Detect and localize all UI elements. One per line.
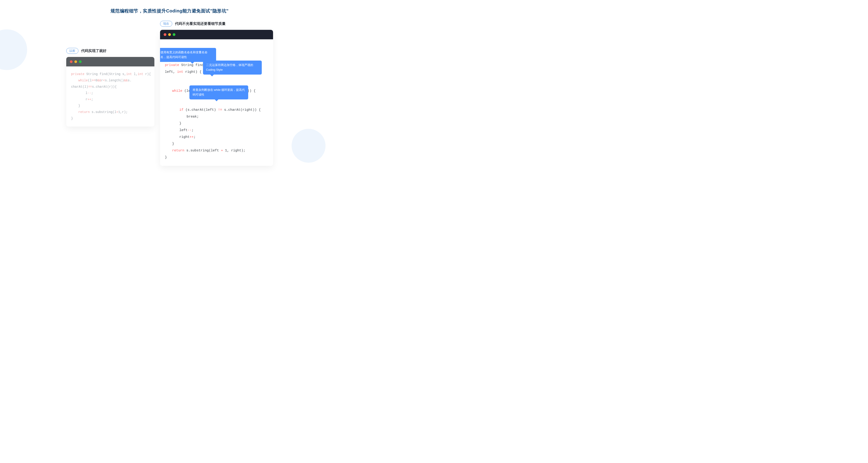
now-editor: 使用有意义的函数名命名和变量名命名，提高代码可读性 二元运算符两边加空格，体现严… xyxy=(160,30,273,166)
before-editor-titlebar xyxy=(66,57,154,66)
code-line: r++; xyxy=(71,96,149,103)
page-title: 规范编程细节，实质性提升Coding能力避免面试"隐形坑" xyxy=(0,0,339,14)
close-icon xyxy=(164,33,166,36)
code-line: charAt(l)==s.charAt(r)){ xyxy=(71,84,149,90)
code-line: if (s.charAt(left) != s.charAt(right)) { xyxy=(165,107,268,113)
code-line: } xyxy=(165,120,268,127)
now-column: 现在 代码不光看实现还要看细节质量 使用有意义的函数名命名和变量名命名，提高代码… xyxy=(160,21,273,166)
code-line: right++; xyxy=(165,134,268,140)
close-icon xyxy=(70,60,72,63)
now-code: 使用有意义的函数名命名和变量名命名，提高代码可读性 二元运算符两边加空格，体现严… xyxy=(160,39,273,166)
minimize-icon xyxy=(168,33,171,36)
before-editor: private String find(String s,int l,int r… xyxy=(66,57,154,127)
code-line: return s.substring(left + 1, right); xyxy=(165,147,268,154)
now-heading: 代码不光看实现还要看细节质量 xyxy=(175,22,225,26)
code-line: } xyxy=(165,140,268,147)
code-line: } xyxy=(71,115,149,122)
code-line: left--; xyxy=(165,127,268,134)
now-editor-titlebar xyxy=(160,30,273,39)
code-line: } xyxy=(71,103,149,109)
now-pill: 现在 xyxy=(160,21,172,27)
comparison-columns: 以前 代码实现了就好 private String find(String s,… xyxy=(0,14,339,166)
maximize-icon xyxy=(173,33,176,36)
code-line: private String find(String s,int l,int r… xyxy=(71,71,149,77)
code-line: return s.substring(l+1,r); xyxy=(71,109,149,115)
code-line: break; xyxy=(165,113,268,120)
code-line: while(l>=0&&r<s.length()&&s. xyxy=(71,77,149,84)
callout-spacing: 二元运算符两边加空格，体现严谨的Coding Style xyxy=(203,61,262,74)
callout-while: 将复杂判断放在 while 循环里面，提高代码可读性 xyxy=(189,86,248,99)
now-header: 现在 代码不光看实现还要看细节质量 xyxy=(160,21,273,27)
maximize-icon xyxy=(79,60,82,63)
callout-naming: 使用有意义的函数名命名和变量名命名，提高代码可读性 xyxy=(160,48,216,62)
before-pill: 以前 xyxy=(66,48,79,54)
minimize-icon xyxy=(74,60,77,63)
code-line: l--; xyxy=(71,90,149,96)
before-header: 以前 代码实现了就好 xyxy=(66,48,154,54)
code-line: } xyxy=(165,154,268,161)
before-code: private String find(String s,int l,int r… xyxy=(66,66,154,127)
before-column: 以前 代码实现了就好 private String find(String s,… xyxy=(66,48,154,127)
before-heading: 代码实现了就好 xyxy=(81,48,106,53)
